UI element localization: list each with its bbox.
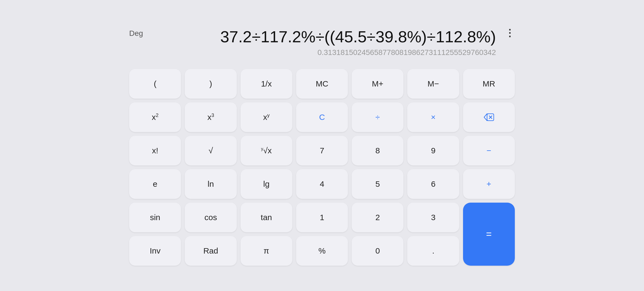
nine-button[interactable]: 9 xyxy=(407,136,459,165)
rad-button[interactable]: Rad xyxy=(185,236,237,266)
clear-button[interactable]: C xyxy=(296,102,348,132)
divide-button[interactable]: ÷ xyxy=(352,102,403,132)
three-button[interactable]: 3 xyxy=(407,203,459,232)
tan-button[interactable]: tan xyxy=(241,203,292,232)
mc-button[interactable]: MC xyxy=(296,69,348,99)
nth-root-button[interactable]: y√x xyxy=(241,136,292,165)
sin-button[interactable]: sin xyxy=(129,203,181,232)
six-button[interactable]: 6 xyxy=(407,169,459,199)
calculator: Deg ⋮ 37.2÷117.2%÷((45.5÷39.8%)÷112.8%) … xyxy=(113,15,531,276)
inv-button[interactable]: Inv xyxy=(129,236,181,266)
two-button[interactable]: 2 xyxy=(352,203,403,232)
x-cubed-button[interactable]: x3 xyxy=(185,102,237,132)
x-to-y-button[interactable]: xy xyxy=(241,102,292,132)
five-button[interactable]: 5 xyxy=(352,169,403,199)
one-button[interactable]: 1 xyxy=(296,203,348,232)
minus-button[interactable]: − xyxy=(463,136,515,165)
equals-button[interactable]: = xyxy=(463,203,515,266)
backspace-icon xyxy=(484,113,494,121)
svg-line-2 xyxy=(484,117,487,121)
display-area: Deg ⋮ 37.2÷117.2%÷((45.5÷39.8%)÷112.8%) … xyxy=(129,23,515,63)
euler-button[interactable]: e xyxy=(129,169,181,199)
seven-button[interactable]: 7 xyxy=(296,136,348,165)
multiply-button[interactable]: × xyxy=(407,102,459,132)
lg-button[interactable]: lg xyxy=(241,169,292,199)
four-button[interactable]: 4 xyxy=(296,169,348,199)
menu-icon[interactable]: ⋮ xyxy=(505,27,515,39)
cos-button[interactable]: cos xyxy=(185,203,237,232)
pi-button[interactable]: π xyxy=(241,236,292,266)
mminus-button[interactable]: M− xyxy=(407,69,459,99)
ln-button[interactable]: ln xyxy=(185,169,237,199)
button-grid: ( ) 1/x MC M+ M− MR x2 x3 xy C ÷ × x! √ … xyxy=(129,69,515,266)
zero-button[interactable]: 0 xyxy=(352,236,403,266)
result-display: 0.31318150245658778081986273111255529760… xyxy=(132,48,499,57)
decimal-button[interactable]: . xyxy=(407,236,459,266)
reciprocal-button[interactable]: 1/x xyxy=(241,69,292,99)
x-squared-button[interactable]: x2 xyxy=(129,102,181,132)
close-paren-button[interactable]: ) xyxy=(185,69,237,99)
angle-mode: Deg xyxy=(129,29,143,38)
percent-button[interactable]: % xyxy=(296,236,348,266)
plus-button[interactable]: + xyxy=(463,169,515,199)
expression-display: 37.2÷117.2%÷((45.5÷39.8%)÷112.8%) xyxy=(132,28,499,46)
mr-button[interactable]: MR xyxy=(463,69,515,99)
mplus-button[interactable]: M+ xyxy=(352,69,403,99)
open-paren-button[interactable]: ( xyxy=(129,69,181,99)
sqrt-button[interactable]: √ xyxy=(185,136,237,165)
factorial-button[interactable]: x! xyxy=(129,136,181,165)
eight-button[interactable]: 8 xyxy=(352,136,403,165)
backspace-button[interactable] xyxy=(463,102,515,132)
svg-line-1 xyxy=(484,114,487,117)
